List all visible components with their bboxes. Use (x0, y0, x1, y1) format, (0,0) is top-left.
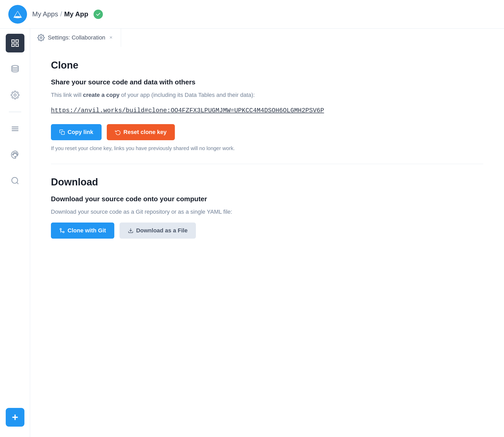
download-icon (128, 228, 134, 233)
sidebar-item-search[interactable] (6, 171, 24, 190)
status-badge (94, 10, 103, 19)
svg-point-11 (14, 153, 15, 154)
svg-rect-2 (16, 40, 18, 42)
svg-point-20 (63, 231, 64, 233)
sidebar-divider (9, 112, 21, 112)
clone-section: Clone Share your source code and data wi… (51, 60, 483, 151)
clone-link[interactable]: https://anvil.works/build#clone:OO4FZFX3… (51, 106, 483, 116)
tab-bar: Settings: Collaboration × (30, 29, 504, 47)
clone-description: This link will create a copy of your app… (51, 90, 483, 99)
clone-desc-prefix: This link will (51, 92, 83, 98)
git-icon (59, 228, 65, 233)
svg-point-18 (40, 37, 42, 38)
copy-icon (59, 129, 65, 135)
reset-icon (115, 129, 121, 135)
add-button[interactable] (6, 408, 24, 427)
download-file-label: Download as a File (136, 227, 188, 234)
svg-point-0 (14, 16, 21, 18)
breadcrumb-separator: / (60, 10, 62, 18)
breadcrumb-appname[interactable]: My App (64, 10, 88, 18)
svg-rect-1 (12, 40, 14, 42)
sidebar-item-settings[interactable] (6, 86, 24, 104)
svg-rect-19 (61, 131, 64, 135)
download-description: Download your source code as a Git repos… (51, 207, 483, 216)
app-logo[interactable] (8, 5, 27, 24)
clone-desc-suffix: of your app (including its Data Tables a… (120, 92, 255, 98)
svg-point-6 (14, 94, 16, 96)
main-layout: Settings: Collaboration × Clone Share yo… (0, 29, 504, 437)
clone-with-git-button[interactable]: Clone with Git (51, 223, 114, 239)
svg-point-13 (16, 154, 17, 155)
download-button-row: Clone with Git Download as a File (51, 223, 483, 239)
copy-link-button[interactable]: Copy link (51, 124, 102, 140)
breadcrumb: My Apps / My App (32, 10, 88, 18)
download-section: Download Download your source code onto … (51, 177, 483, 239)
svg-point-14 (12, 177, 18, 183)
sidebar-item-layout[interactable] (6, 34, 24, 52)
svg-rect-3 (12, 44, 14, 46)
svg-rect-4 (16, 44, 18, 46)
reset-clone-key-label: Reset clone key (123, 129, 167, 136)
tab-label: Settings: Collaboration (48, 34, 105, 41)
breadcrumb-myapps[interactable]: My Apps (32, 10, 58, 18)
header: My Apps / My App (0, 0, 504, 29)
svg-point-5 (12, 65, 18, 68)
clone-button-row: Copy link Reset clone key (51, 124, 483, 140)
clone-subtitle: Share your source code and data with oth… (51, 78, 483, 86)
download-subtitle: Download your source code onto your comp… (51, 195, 483, 203)
clone-desc-highlight: create a copy (83, 92, 120, 98)
svg-point-12 (15, 153, 16, 154)
content-area: Settings: Collaboration × Clone Share yo… (30, 29, 504, 437)
svg-line-15 (17, 183, 18, 184)
download-title: Download (51, 177, 483, 188)
page-content: Clone Share your source code and data wi… (30, 47, 504, 437)
reset-warning: If you reset your clone key, links you h… (51, 145, 483, 151)
svg-point-10 (12, 154, 14, 155)
section-divider (51, 164, 483, 164)
sidebar-item-theme[interactable] (6, 145, 24, 164)
clone-git-label: Clone with Git (68, 227, 106, 234)
svg-point-21 (60, 228, 62, 230)
download-as-file-button[interactable]: Download as a File (120, 223, 196, 239)
copy-link-label: Copy link (68, 129, 93, 136)
sidebar-item-menu[interactable] (6, 119, 24, 138)
reset-clone-key-button[interactable]: Reset clone key (107, 124, 175, 140)
tab-close-button[interactable]: × (108, 34, 114, 41)
sidebar (0, 29, 30, 437)
tab-settings-collaboration[interactable]: Settings: Collaboration × (30, 29, 121, 47)
clone-title: Clone (51, 60, 483, 71)
sidebar-item-database[interactable] (6, 60, 24, 78)
